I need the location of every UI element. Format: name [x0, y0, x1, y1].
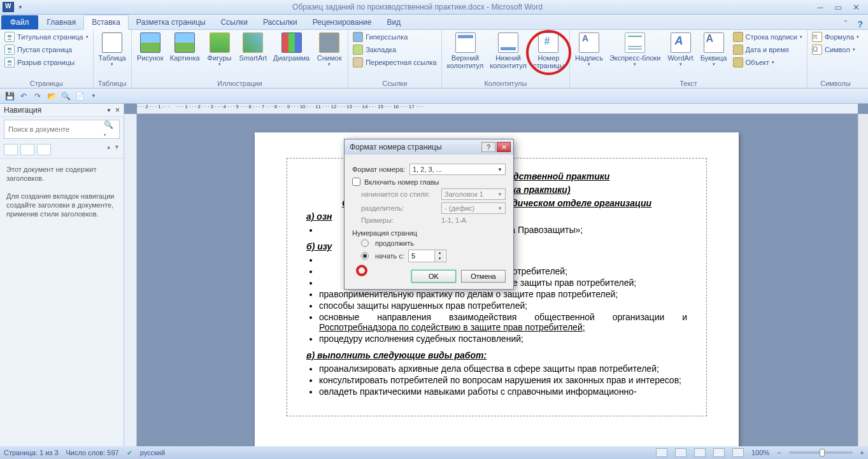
- ok-button[interactable]: OK: [411, 270, 456, 283]
- status-language[interactable]: русский: [140, 449, 165, 456]
- tab-insert[interactable]: Вставка: [83, 15, 129, 30]
- dialog-title: Формат номера страницы: [347, 143, 481, 152]
- redo-button[interactable]: ↷: [32, 90, 43, 102]
- page-number-format-dialog: Формат номера страницы ? ✕ Формат номера…: [344, 139, 514, 290]
- group-text: AНадпись▾ Экспресс-блоки▾ WordArt▾ AБукв…: [570, 30, 808, 88]
- datetime-button[interactable]: Дата и время: [731, 44, 804, 55]
- group-pages: Титульная страница▾ Пустая страница Разр…: [0, 30, 94, 88]
- zoom-level[interactable]: 100%: [751, 449, 769, 456]
- object-button[interactable]: Объект▾: [731, 57, 804, 68]
- search-input[interactable]: [4, 124, 100, 135]
- format-label: Формат номера:: [352, 166, 406, 173]
- search-icon[interactable]: 🔍▾: [100, 120, 119, 138]
- tab-mailings[interactable]: Рассылки: [255, 15, 305, 29]
- vertical-scrollbar[interactable]: [858, 114, 868, 446]
- tab-home[interactable]: Главная: [39, 15, 84, 29]
- screenshot-button[interactable]: Снимок▾: [313, 31, 345, 68]
- chart-button[interactable]: Диаграмма: [271, 31, 312, 63]
- page-break-button[interactable]: Разрыв страницы: [3, 57, 90, 68]
- clipart-button[interactable]: Картинка: [167, 31, 203, 63]
- blank-page-icon: [4, 45, 15, 55]
- save-button[interactable]: 💾: [4, 90, 15, 102]
- nav-mode-results[interactable]: [37, 144, 51, 155]
- signature-icon: [733, 32, 743, 42]
- format-dropdown[interactable]: 1, 2, 3, ...▼: [409, 164, 506, 175]
- dropcap-button[interactable]: AБуквица▾: [698, 31, 730, 68]
- smartart-button[interactable]: SmartArt: [237, 31, 269, 63]
- help-icon[interactable]: ?: [852, 19, 868, 29]
- title-bar: ▼ Образец заданий по производственной пр…: [0, 0, 868, 15]
- nav-close-icon[interactable]: ×: [115, 106, 120, 115]
- nav-mode-headings[interactable]: [4, 144, 18, 155]
- cancel-button[interactable]: Отмена: [461, 270, 506, 283]
- crossref-button[interactable]: Перекрестная ссылка: [351, 57, 439, 68]
- spinner-down-icon[interactable]: ▼: [434, 256, 445, 262]
- maximize-button[interactable]: ▭: [830, 2, 846, 12]
- new-button[interactable]: 📄: [74, 90, 85, 102]
- signature-button[interactable]: Строка подписи▾: [731, 31, 804, 43]
- qat-dropdown-icon[interactable]: ▼: [18, 4, 23, 10]
- quickparts-button[interactable]: Экспресс-блоки▾: [607, 31, 664, 68]
- include-chapter-checkbox[interactable]: [352, 178, 360, 186]
- start-at-input[interactable]: [409, 250, 434, 262]
- blank-page-button[interactable]: Пустая страница: [3, 44, 90, 55]
- tab-view[interactable]: Вид: [379, 15, 408, 29]
- header-button[interactable]: Верхний колонтитул: [445, 31, 487, 71]
- view-print-layout[interactable]: [656, 448, 667, 457]
- zoom-slider[interactable]: [789, 451, 853, 454]
- equation-icon: π: [812, 32, 822, 42]
- tab-layout[interactable]: Разметка страницы: [129, 15, 213, 29]
- dialog-close-button[interactable]: ✕: [497, 142, 511, 152]
- tab-review[interactable]: Рецензирование: [305, 15, 380, 29]
- tab-references[interactable]: Ссылки: [213, 15, 255, 29]
- nav-search[interactable]: 🔍▾: [4, 120, 120, 139]
- continue-radio[interactable]: [361, 239, 369, 247]
- table-button[interactable]: Таблица▾: [96, 31, 129, 68]
- footer-button[interactable]: Нижний колонтитул: [487, 31, 529, 71]
- equation-button[interactable]: πФормула▾: [810, 31, 861, 43]
- status-page[interactable]: Страница: 1 из 3: [4, 449, 59, 456]
- nav-mode-pages[interactable]: [20, 144, 34, 155]
- view-web[interactable]: [694, 448, 706, 457]
- dialog-help-button[interactable]: ?: [481, 142, 495, 152]
- nav-down-icon[interactable]: ▼: [114, 144, 120, 155]
- page-number-button[interactable]: Номер страницы: [530, 31, 567, 71]
- view-outline[interactable]: [713, 448, 725, 457]
- dropcap-icon: A: [704, 32, 724, 53]
- undo-button[interactable]: ↶: [18, 90, 29, 102]
- picture-button[interactable]: Рисунок: [134, 31, 166, 63]
- start-at-spinner[interactable]: ▲▼: [408, 250, 446, 262]
- status-words[interactable]: Число слов: 597: [66, 449, 119, 456]
- vertical-ruler[interactable]: [124, 114, 137, 446]
- view-draft[interactable]: [732, 448, 744, 457]
- ribbon-minimize-icon[interactable]: ˇ: [839, 19, 853, 29]
- tab-file[interactable]: Файл: [1, 15, 38, 29]
- bookmark-button[interactable]: Закладка: [351, 44, 439, 55]
- minimize-button[interactable]: ─: [812, 2, 829, 12]
- zoom-out-button[interactable]: −: [777, 449, 781, 456]
- navigation-pane: Навигация ▼ × 🔍▾ ▲ ▼ Этот документ не со…: [0, 104, 124, 446]
- spinner-up-icon[interactable]: ▲: [434, 250, 445, 256]
- preview-button[interactable]: 🔍: [60, 90, 71, 102]
- zoom-in-button[interactable]: +: [860, 449, 864, 456]
- close-button[interactable]: ✕: [848, 2, 864, 12]
- nav-up-icon[interactable]: ▲: [106, 144, 111, 155]
- view-fullscreen[interactable]: [675, 448, 687, 457]
- hyperlink-button[interactable]: Гиперссылка: [351, 31, 439, 43]
- chart-icon: [281, 32, 302, 53]
- nav-dropdown-icon[interactable]: ▼: [106, 108, 111, 113]
- wordart-button[interactable]: WordArt▾: [665, 31, 697, 68]
- screenshot-icon: [319, 32, 339, 53]
- shapes-button[interactable]: Фигуры▾: [204, 31, 236, 68]
- status-proof-icon[interactable]: ✔: [127, 449, 132, 457]
- page-break-icon: [4, 57, 15, 67]
- cover-page-button[interactable]: Титульная страница▾: [3, 31, 90, 43]
- chapter-style-dropdown: Заголовок 1▼: [441, 188, 506, 200]
- symbol-button[interactable]: ΩСимвол▾: [810, 44, 861, 55]
- textbox-button[interactable]: AНадпись▾: [573, 31, 606, 68]
- horizontal-ruler[interactable]: · · · 2 · · · 1 · · · · · · 1 · · · 2 · …: [137, 104, 858, 114]
- start-at-radio[interactable]: [361, 252, 369, 260]
- open-button[interactable]: 📂: [46, 90, 57, 102]
- quickparts-icon: [625, 32, 645, 53]
- qat-more-icon[interactable]: ▼: [88, 90, 99, 102]
